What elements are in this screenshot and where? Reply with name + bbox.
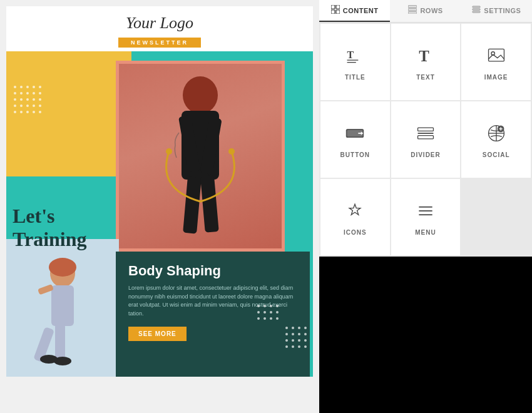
svg-rect-5	[200, 175, 219, 233]
secondary-person-image	[6, 239, 119, 377]
svg-rect-31	[488, 49, 504, 61]
tab-settings[interactable]: SETTINGS	[461, 0, 532, 22]
svg-rect-22	[408, 9, 417, 11]
email-banner: Let's Training	[6, 51, 313, 377]
email-preview-panel: Your Logo NEWSLETTER	[0, 0, 319, 413]
social-label: SOCIAL	[483, 151, 510, 158]
svg-rect-19	[331, 10, 335, 14]
tabs-bar: CONTENT ROWS SETTINGS	[319, 0, 532, 23]
dots-decoration-center	[257, 305, 279, 324]
email-header: Your Logo NEWSLETTER	[6, 6, 313, 51]
svg-rect-24	[473, 6, 480, 8]
svg-rect-18	[336, 5, 340, 9]
content-item-button[interactable]: BUTTON	[320, 101, 390, 178]
divider-icon	[416, 123, 436, 146]
button-label: BUTTON	[340, 151, 370, 158]
svg-rect-21	[408, 6, 417, 8]
title-label: TITLE	[345, 74, 366, 81]
tab-rows-label: ROWS	[420, 7, 442, 14]
logo: Your Logo	[126, 14, 193, 33]
menu-icon	[416, 201, 436, 224]
svg-rect-4	[183, 176, 202, 234]
tab-content-label: CONTENT	[343, 7, 379, 14]
divider-label: DIVIDER	[411, 151, 441, 158]
menu-label: MENU	[415, 229, 436, 236]
svg-point-16	[40, 355, 58, 364]
content-item-menu[interactable]: MENU	[391, 179, 461, 255]
body-shaping-title: Body Shaping	[128, 263, 297, 279]
image-label: IMAGE	[484, 74, 508, 81]
tab-content[interactable]: CONTENT	[319, 0, 390, 22]
social-icon	[486, 123, 506, 146]
main-hero-image	[119, 64, 282, 248]
email-container: Your Logo NEWSLETTER	[6, 6, 313, 377]
content-tab-icon	[331, 5, 340, 16]
svg-point-7	[228, 148, 235, 155]
dots-decoration-topleft	[14, 86, 41, 117]
title-icon: T	[345, 46, 365, 69]
svg-rect-23	[408, 12, 417, 14]
content-item-icons[interactable]: ICONS	[320, 179, 390, 255]
content-items-grid: T TITLE T TEXT	[319, 23, 532, 257]
newsletter-badge: NEWSLETTER	[118, 38, 201, 48]
svg-rect-17	[331, 5, 335, 9]
svg-rect-37	[418, 128, 434, 131]
right-sidebar: CONTENT ROWS SETTINGS	[319, 0, 532, 413]
content-item-text[interactable]: T TEXT	[391, 24, 461, 100]
text-icon: T	[416, 46, 436, 69]
settings-tab-icon	[472, 5, 481, 16]
text-label: TEXT	[416, 74, 435, 81]
svg-rect-13	[55, 324, 65, 361]
svg-rect-26	[473, 11, 480, 13]
svg-point-10	[49, 258, 76, 277]
svg-rect-20	[336, 10, 340, 14]
rows-tab-icon	[408, 5, 417, 16]
training-heading: Let's Training	[13, 205, 119, 251]
black-bottom-area	[319, 257, 532, 413]
content-item-title[interactable]: T TITLE	[320, 24, 390, 100]
svg-text:T: T	[347, 49, 354, 60]
button-icon	[345, 123, 365, 146]
tab-rows[interactable]: ROWS	[390, 0, 461, 22]
content-item-divider[interactable]: DIVIDER	[391, 101, 461, 178]
svg-text:T: T	[419, 48, 429, 64]
tab-settings-label: SETTINGS	[484, 7, 521, 14]
content-item-social[interactable]: SOCIAL	[461, 101, 531, 178]
icons-label: ICONS	[344, 229, 367, 236]
svg-point-0	[183, 76, 218, 114]
icons-icon	[345, 201, 365, 224]
content-item-image[interactable]: IMAGE	[461, 24, 531, 100]
svg-rect-39	[418, 136, 434, 139]
see-more-button[interactable]: SEE MORE	[128, 327, 187, 341]
dots-decoration-bottomright	[285, 327, 307, 352]
svg-rect-11	[51, 285, 74, 326]
info-box: Body Shaping Lorem ipsum dolor sit amet,…	[116, 252, 310, 377]
svg-rect-25	[473, 9, 480, 10]
svg-point-6	[166, 148, 172, 155]
image-icon	[486, 46, 506, 69]
